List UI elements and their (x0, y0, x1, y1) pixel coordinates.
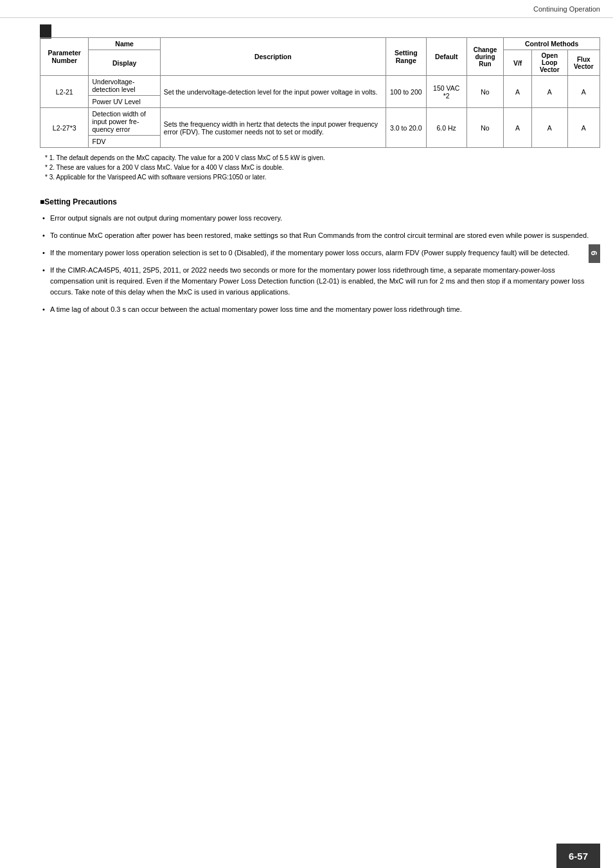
flux-cell: A (567, 76, 600, 108)
th-setting-range: Setting Range (386, 38, 426, 76)
list-item: To continue MxC operation after power ha… (40, 230, 600, 241)
th-display: Display (89, 50, 160, 76)
setting-range-cell: 3.0 to 20.0 (386, 108, 426, 148)
header-title: Continuing Operation (533, 5, 600, 13)
precautions-list: Error output signals are not output duri… (40, 213, 600, 315)
param-cell: L2-27*3 (40, 108, 89, 148)
th-change-during-run: Change during Run (466, 38, 504, 76)
open-loop-cell: A (531, 108, 567, 148)
footnote-2: * 2. These are values for a 200 V class … (45, 163, 600, 172)
name-top-cell: Undervoltage-detection level (89, 76, 160, 96)
setting-range-cell: 100 to 200 (386, 76, 426, 108)
list-item: A time lag of about 0.3 s can occur betw… (40, 304, 600, 315)
footnotes: * 1. The default depends on the MxC capa… (40, 153, 600, 182)
table-row: L2-21 Undervoltage-detection level Set t… (40, 76, 600, 96)
param-cell: L2-21 (40, 76, 89, 108)
th-description: Description (160, 38, 386, 76)
name-bottom-cell: Power UV Level (89, 96, 160, 108)
th-name: Name (89, 38, 160, 50)
desc-cell: Sets the frequency width in hertz that d… (160, 108, 386, 148)
th-parameter-number: Parameter Number (40, 38, 89, 76)
open-loop-cell: A (531, 76, 567, 108)
name-bottom-cell: FDV (89, 136, 160, 148)
flux-cell: A (567, 108, 600, 148)
parameter-table: Parameter Number Name Description Settin… (40, 37, 600, 148)
list-item: If the CIMR-ACA45P5, 4011, 25P5, 2011, o… (40, 265, 600, 298)
list-item: If the momentary power loss operation se… (40, 248, 600, 258)
chapter-tab: 6 (589, 244, 600, 263)
list-item: Error output signals are not output duri… (40, 213, 600, 224)
footnote-1: * 1. The default depends on the MxC capa… (45, 153, 600, 163)
vf-cell: A (504, 76, 532, 108)
page-number-box: 6-57 (556, 844, 600, 868)
th-open-loop-vector: Open Loop Vector (531, 50, 567, 76)
precautions-title: ■Setting Precautions (40, 197, 600, 206)
th-flux-vector: Flux Vector (567, 50, 600, 76)
th-vf: V/f (504, 50, 532, 76)
default-cell: 6.0 Hz (426, 108, 466, 148)
change-run-cell: No (466, 108, 504, 148)
name-top-cell: Detection width of input power fre-quenc… (89, 108, 160, 136)
change-run-cell: No (466, 76, 504, 108)
precautions-section: ■Setting Precautions Error output signal… (40, 197, 600, 315)
header-bar: Continuing Operation (0, 0, 613, 18)
desc-cell: Set the undervoltage-detection level for… (160, 76, 386, 108)
th-default: Default (426, 38, 466, 76)
vf-cell: A (504, 108, 532, 148)
main-content: Parameter Number Name Description Settin… (40, 18, 600, 321)
footnote-3: * 3. Applicable for the Varispeed AC wit… (45, 172, 600, 182)
default-cell: 150 VAC *2 (426, 76, 466, 108)
th-control-methods: Control Methods (504, 38, 600, 50)
table-row: L2-27*3 Detection width of input power f… (40, 108, 600, 136)
